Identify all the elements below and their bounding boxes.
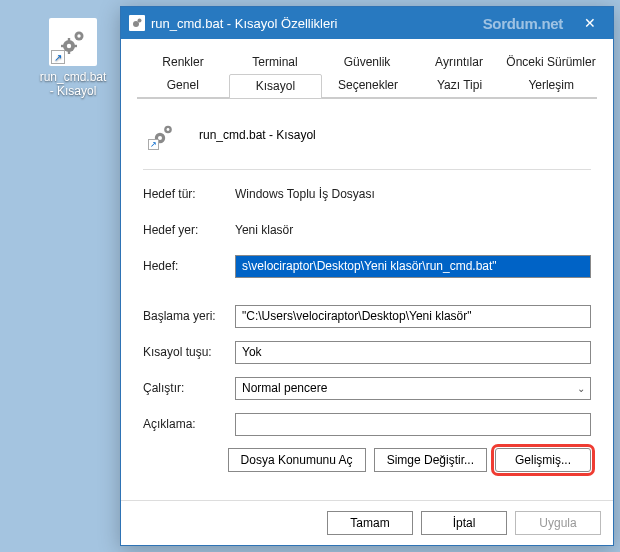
label-target-loc: Hedef yer: [143, 223, 235, 237]
properties-dialog: run_cmd.bat - Kısayol Özellikleri Sordum… [120, 6, 614, 546]
run-select[interactable]: Normal pencere [235, 377, 591, 400]
tab-genel[interactable]: Genel [137, 74, 229, 98]
desktop-shortcut[interactable]: ↗ run_cmd.bat - Kısayol [36, 18, 110, 98]
open-location-button[interactable]: Dosya Konumunu Aç [228, 448, 366, 472]
advanced-button[interactable]: Gelişmiş... [495, 448, 591, 472]
tab-terminal[interactable]: Terminal [229, 51, 321, 74]
comment-input[interactable] [235, 413, 591, 436]
watermark: Sordum.net [483, 7, 563, 39]
value-target-type: Windows Toplu İş Dosyası [235, 187, 591, 201]
tab-yerlesim[interactable]: Yerleşim [505, 74, 597, 98]
gear-icon [129, 15, 145, 31]
ok-button[interactable]: Tamam [327, 511, 413, 535]
tab-ayrintilar[interactable]: Ayrıntılar [413, 51, 505, 74]
svg-rect-3 [68, 51, 70, 54]
gear-icon: ↗ [145, 117, 181, 153]
svg-point-7 [77, 34, 80, 37]
svg-rect-2 [68, 38, 70, 41]
svg-rect-5 [74, 45, 77, 47]
shortcut-arrow-icon: ↗ [51, 50, 65, 64]
svg-rect-4 [61, 45, 64, 47]
tab-secenekler[interactable]: Seçenekler [322, 74, 414, 98]
shortcut-name: run_cmd.bat - Kısayol [199, 128, 316, 142]
dialog-footer: Tamam İptal Uygula [121, 500, 613, 545]
svg-point-9 [138, 19, 142, 23]
apply-button[interactable]: Uygula [515, 511, 601, 535]
close-icon: ✕ [584, 15, 596, 31]
svg-point-1 [67, 44, 71, 48]
hotkey-input[interactable] [235, 341, 591, 364]
tab-yazitipi[interactable]: Yazı Tipi [414, 74, 506, 98]
close-button[interactable]: ✕ [567, 7, 613, 39]
value-target-loc: Yeni klasör [235, 223, 591, 237]
desktop-shortcut-label: run_cmd.bat - Kısayol [36, 70, 110, 98]
label-run: Çalıştır: [143, 381, 235, 395]
label-target-type: Hedef tür: [143, 187, 235, 201]
change-icon-button[interactable]: Simge Değiştir... [374, 448, 487, 472]
svg-point-13 [167, 128, 170, 131]
tab-onceki[interactable]: Önceki Sürümler [505, 51, 597, 74]
tab-kisayol[interactable]: Kısayol [229, 74, 323, 99]
titlebar[interactable]: run_cmd.bat - Kısayol Özellikleri Sordum… [121, 7, 613, 39]
start-in-input[interactable] [235, 305, 591, 328]
tab-renkler[interactable]: Renkler [137, 51, 229, 74]
label-comment: Açıklama: [143, 417, 235, 431]
target-input[interactable]: s\velociraptor\Desktop\Yeni klasör\run_c… [235, 255, 591, 278]
dialog-title: run_cmd.bat - Kısayol Özellikleri [151, 16, 337, 31]
label-start-in: Başlama yeri: [143, 309, 235, 323]
shortcut-arrow-icon: ↗ [148, 139, 159, 150]
gear-icon: ↗ [49, 18, 97, 66]
label-target: Hedef: [143, 259, 235, 273]
label-hotkey: Kısayol tuşu: [143, 345, 235, 359]
cancel-button[interactable]: İptal [421, 511, 507, 535]
tab-guvenlik[interactable]: Güvenlik [321, 51, 413, 74]
